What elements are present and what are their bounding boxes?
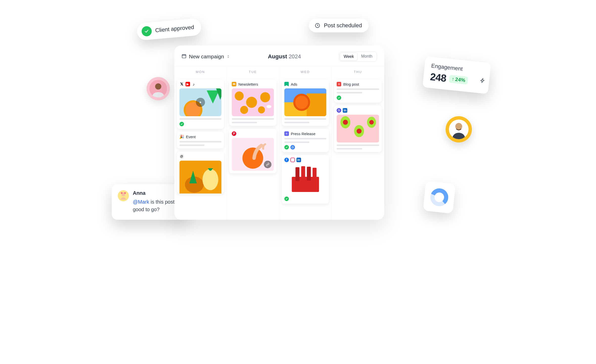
day-column-thu: THU ≡ Blog post G in: [332, 66, 384, 220]
post-card[interactable]: 🎉 Event: [177, 132, 224, 149]
x-icon: 𝕏: [179, 82, 184, 86]
facebook-icon: f: [284, 158, 289, 162]
svg-point-10: [124, 192, 126, 194]
post-scheduled-pill: Post scheduled: [309, 19, 369, 32]
approved-badge-icon: [337, 95, 341, 100]
day-header: MON: [177, 66, 224, 76]
post-thumbnail: [179, 88, 222, 116]
post-thumbnail: [337, 115, 379, 142]
youtube-icon: ▶: [186, 82, 190, 86]
post-card[interactable]: ≡ Blog post: [334, 79, 382, 103]
bookmark-icon: [284, 82, 289, 86]
text-placeholder: [179, 144, 205, 146]
post-thumbnail: [284, 164, 327, 195]
linkedin-icon: in: [296, 158, 301, 162]
arrow-up-icon: ↑: [451, 76, 454, 82]
svg-point-43: [357, 129, 362, 134]
text-placeholder: [284, 118, 327, 120]
day-header: TUE: [229, 66, 277, 76]
mention[interactable]: @Mark: [133, 199, 149, 205]
analytics-donut-card: [423, 181, 456, 214]
post-card[interactable]: ≡ Press Release: [282, 129, 329, 152]
post-thumbnail: [179, 161, 222, 193]
svg-point-9: [121, 192, 123, 194]
avatar: [147, 77, 170, 100]
svg-rect-11: [182, 55, 186, 58]
text-placeholder: [284, 138, 327, 139]
clock-icon: [314, 22, 320, 29]
text-placeholder: [337, 92, 362, 93]
text-placeholder: [179, 118, 222, 120]
text-placeholder: [337, 88, 379, 90]
card-title: Newsletters: [238, 82, 258, 86]
card-title: Ads: [291, 82, 297, 86]
post-card[interactable]: f in: [282, 155, 329, 204]
engagement-value: 248: [429, 71, 447, 84]
tiktok-icon: ♪: [192, 82, 196, 86]
link-icon: [264, 161, 271, 168]
avatar: [446, 116, 472, 142]
svg-point-41: [343, 120, 348, 125]
view-toggle: Week Month: [339, 52, 377, 62]
calendar-title: August 2024: [268, 53, 301, 60]
day-column-tue: TUE ✉ Newsletters P: [227, 66, 279, 220]
comment-text: @Mark is this post good to go?: [133, 198, 180, 213]
svg-point-20: [246, 97, 257, 108]
google-icon: G: [337, 108, 341, 113]
view-month-button[interactable]: Month: [358, 53, 376, 61]
svg-point-23: [258, 106, 265, 113]
text-placeholder: [284, 122, 310, 123]
sort-chevrons-icon: [226, 54, 230, 60]
scheduled-badge-icon: [290, 145, 295, 150]
post-thumbnail: [232, 88, 274, 116]
text-placeholder: [179, 141, 222, 142]
svg-point-4: [455, 123, 462, 130]
campaign-label: New campaign: [189, 54, 224, 60]
text-placeholder: [284, 141, 310, 143]
engagement-card: Engagement 248 ↑ 24%: [422, 56, 491, 94]
post-card[interactable]: 𝕏 ▶ ♪: [177, 79, 224, 129]
svg-point-24: [266, 105, 271, 108]
card-title: Press Release: [291, 132, 316, 136]
svg-rect-37: [307, 167, 311, 181]
post-card[interactable]: P: [229, 129, 277, 173]
approved-badge-icon: [179, 122, 184, 126]
text-placeholder: [232, 122, 257, 123]
day-header: WED: [282, 66, 329, 76]
post-thumbnail: [232, 138, 274, 171]
text-placeholder: [337, 144, 379, 146]
svg-point-17: [202, 169, 218, 190]
day-column-mon: MON 𝕏 ▶ ♪: [174, 66, 227, 220]
svg-point-21: [260, 92, 270, 102]
approved-badge-icon: [284, 145, 289, 150]
view-week-button[interactable]: Week: [340, 53, 358, 61]
card-title: Event: [186, 135, 196, 139]
day-header: THU: [334, 66, 382, 76]
comment-author: Anna: [133, 190, 180, 196]
post-scheduled-label: Post scheduled: [324, 22, 362, 29]
campaign-selector[interactable]: New campaign: [181, 54, 230, 60]
news-icon: ≡: [284, 131, 289, 136]
svg-rect-36: [301, 166, 305, 180]
bolt-icon: [479, 78, 485, 84]
calendar-month: August: [268, 53, 287, 60]
client-approved-label: Client approved: [155, 24, 194, 34]
play-icon: [196, 98, 205, 107]
engagement-delta: ↑ 24%: [449, 75, 468, 85]
avatar: [118, 190, 129, 201]
mail-icon: ✉: [232, 82, 236, 86]
svg-point-19: [235, 91, 244, 101]
approved-badge-icon: [284, 197, 289, 201]
svg-point-45: [369, 120, 374, 125]
threads-icon: @: [179, 154, 184, 159]
calendar-year: 2024: [289, 53, 301, 60]
post-card[interactable]: ✉ Newsletters: [229, 79, 277, 126]
card-title: Blog post: [343, 82, 359, 86]
confetti-icon: 🎉: [179, 134, 184, 139]
post-card[interactable]: G in: [334, 106, 382, 152]
post-card[interactable]: @: [177, 152, 224, 193]
svg-rect-38: [312, 168, 316, 182]
post-card[interactable]: Ads: [282, 79, 329, 126]
calendar-panel: New campaign August 2024 Week Month MON: [174, 45, 384, 220]
svg-point-2: [155, 83, 161, 90]
